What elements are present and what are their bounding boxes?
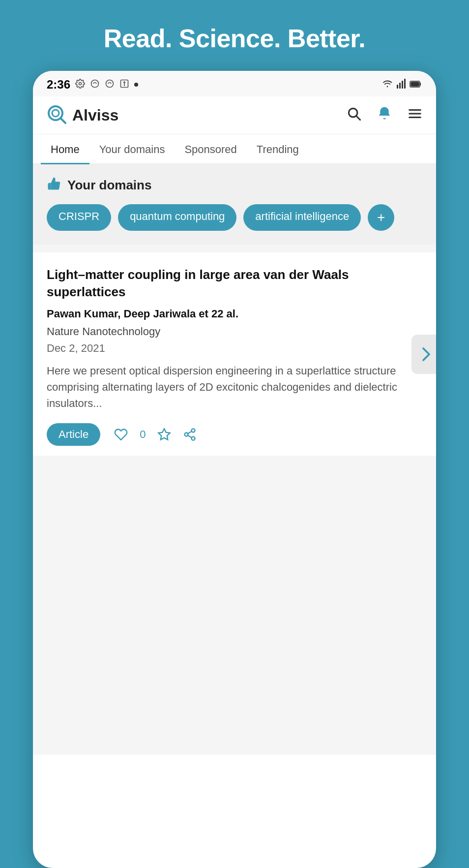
svg-rect-5 [399,83,401,89]
domains-section: Your domains CRISPR quantum computing ar… [33,164,436,245]
domain-tag-crispr[interactable]: CRISPR [47,204,111,231]
accessibility-icon [119,79,129,91]
logo-area: Alviss [47,104,347,126]
like-count: 0 [140,428,146,441]
article-wrapper: Light–matter coupling in large area van … [33,252,436,456]
like-button[interactable] [114,428,128,441]
app-header: Alviss [33,96,436,134]
aurora1-icon [90,79,100,91]
svg-point-2 [106,80,114,87]
add-domain-button[interactable]: + [368,204,394,231]
domain-tag-quantum[interactable]: quantum computing [118,204,236,231]
aurora2-icon [105,79,115,91]
status-bar-right [382,79,422,91]
signal-icon [397,79,406,91]
status-dot [134,83,138,87]
status-bar: 2:36 [33,71,436,96]
svg-line-22 [188,432,192,434]
gear-icon [75,79,85,91]
tab-sponsored[interactable]: Sponsored [175,134,246,164]
article-date: Dec 2, 2021 [47,342,422,355]
domain-tags: CRISPR quantum computing artificial inte… [47,204,422,231]
svg-line-13 [356,116,360,120]
article-card: Light–matter coupling in large area van … [33,252,436,456]
svg-rect-7 [404,79,406,89]
svg-rect-9 [411,82,419,86]
alviss-logo-icon [47,104,68,126]
status-time: 2:36 [47,78,70,92]
article-journal: Nature Nanotechnology [47,325,422,338]
app-tagline: Read. Science. Better. [84,0,385,71]
thumbs-up-icon [47,176,61,194]
domain-tag-ai[interactable]: artificial intelligence [243,204,361,231]
menu-button[interactable] [408,106,422,124]
svg-point-1 [91,80,99,87]
tab-trending[interactable]: Trending [247,134,309,164]
article-type-badge: Article [47,423,100,446]
phone-frame: 2:36 [33,71,436,868]
logo-text: Alviss [72,106,118,124]
svg-point-11 [52,110,59,117]
svg-point-0 [79,82,82,85]
article-abstract: Here we present optical dispersion engin… [47,363,422,411]
svg-rect-6 [402,81,403,89]
nav-tabs: Home Your domains Sponsored Trending [33,134,436,164]
battery-icon [410,79,422,91]
article-footer: Article 0 [47,423,422,446]
domains-header: Your domains [47,176,422,194]
svg-line-21 [188,435,192,438]
share-button[interactable] [183,428,197,441]
bookmark-button[interactable] [157,428,171,441]
article-actions: 0 [114,428,197,441]
notifications-button[interactable] [377,106,392,124]
article-authors: Pawan Kumar, Deep Jariwala et 22 al. [47,308,422,320]
wifi-icon [382,79,393,91]
header-icons [347,106,422,124]
tab-home[interactable]: Home [41,134,89,164]
tab-your-domains[interactable]: Your domains [89,134,175,164]
svg-rect-4 [397,85,398,89]
search-button[interactable] [347,106,361,124]
article-next-button[interactable] [411,335,436,374]
domains-title: Your domains [67,178,151,193]
article-title: Light–matter coupling in large area van … [47,266,422,301]
svg-marker-17 [159,429,170,440]
status-bar-left: 2:36 [47,78,138,92]
main-content: Your domains CRISPR quantum computing ar… [33,164,436,755]
